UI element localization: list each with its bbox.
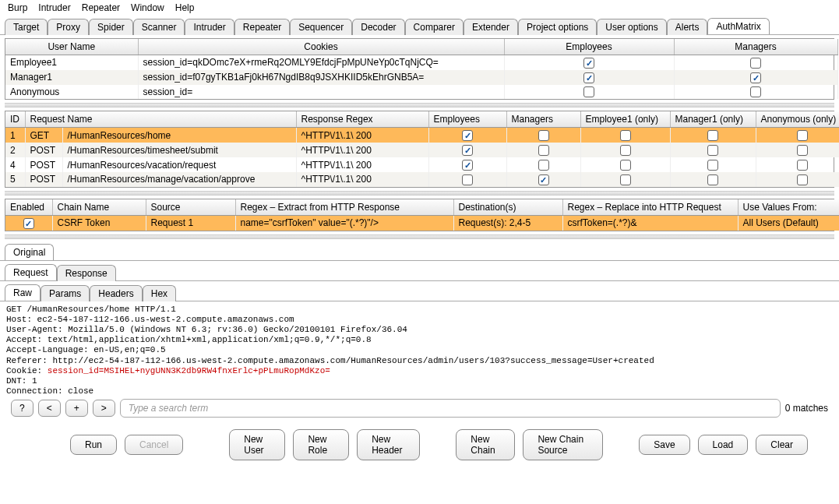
req-header-e1[interactable]: Employee1 (only): [580, 111, 670, 128]
tab-params[interactable]: Params: [41, 285, 90, 301]
table-row[interactable]: Anonymoussession_id=: [5, 85, 837, 100]
req-header-regex[interactable]: Response Regex: [296, 111, 428, 128]
checkbox[interactable]: [797, 174, 808, 185]
req-header-m1[interactable]: Manager1 (only): [670, 111, 756, 128]
ch-h-replace[interactable]: Regex – Replace into HTTP Request: [562, 199, 738, 216]
tab-decoder[interactable]: Decoder: [352, 19, 404, 35]
checkbox[interactable]: [707, 160, 718, 171]
menu-intruder[interactable]: Intruder: [35, 2, 73, 14]
search-help-button[interactable]: ?: [11, 400, 33, 417]
ch-h-extract[interactable]: Regex – Extract from HTTP Response: [235, 199, 453, 216]
tab-target[interactable]: Target: [5, 19, 48, 35]
checkbox[interactable]: [750, 58, 761, 69]
tab-proxy[interactable]: Proxy: [48, 19, 89, 35]
tab-sequencer[interactable]: Sequencer: [290, 19, 352, 35]
search-input[interactable]: Type a search term: [120, 399, 781, 418]
splitter[interactable]: [5, 191, 834, 196]
ch-h-name[interactable]: Chain Name: [52, 199, 146, 216]
tab-authmatrix[interactable]: AuthMatrix: [707, 18, 769, 34]
checkbox[interactable]: [620, 174, 631, 185]
checkbox[interactable]: [620, 160, 631, 171]
ch-h-use[interactable]: Use Values From:: [738, 199, 839, 216]
menu-window[interactable]: Window: [128, 2, 167, 14]
req-header-anon[interactable]: Anonymous (only): [756, 111, 839, 128]
checkbox[interactable]: [462, 145, 473, 156]
tab-hex[interactable]: Hex: [143, 285, 176, 301]
tab-extender[interactable]: Extender: [464, 19, 518, 35]
tab-project-options[interactable]: Project options: [518, 19, 597, 35]
run-button[interactable]: Run: [70, 435, 117, 455]
ch-h-enabled[interactable]: Enabled: [5, 199, 52, 216]
users-header-employees[interactable]: Employees: [504, 39, 674, 55]
menu-help[interactable]: Help: [172, 2, 198, 14]
menu-burp[interactable]: Burp: [5, 2, 30, 14]
tab-headers[interactable]: Headers: [90, 285, 142, 301]
checkbox[interactable]: [538, 130, 549, 141]
raw-editor[interactable]: GET /HumanResources/home HTTP/1.1 Host: …: [0, 301, 839, 395]
checkbox[interactable]: [538, 174, 549, 185]
tab-alerts[interactable]: Alerts: [667, 19, 708, 35]
users-header-user[interactable]: User Name: [5, 39, 138, 55]
table-row[interactable]: CSRF TokenRequest 1name="csrfToken" valu…: [5, 215, 839, 230]
load-button[interactable]: Load: [698, 435, 749, 455]
req-header-employees[interactable]: Employees: [428, 111, 506, 128]
tab-original[interactable]: Original: [5, 244, 54, 260]
new-user-button[interactable]: New User: [229, 429, 285, 460]
checkbox[interactable]: [707, 130, 718, 141]
save-button[interactable]: Save: [639, 435, 689, 455]
tab-scanner[interactable]: Scanner: [133, 19, 185, 35]
search-prev-button[interactable]: <: [38, 400, 61, 417]
table-row[interactable]: 4POST/HumanResources/vacation/request^HT…: [5, 157, 839, 172]
checkbox[interactable]: [750, 86, 761, 97]
users-header-cookies[interactable]: Cookies: [138, 39, 504, 55]
ch-h-dest[interactable]: Destination(s): [453, 199, 562, 216]
tab-request[interactable]: Request: [5, 264, 57, 280]
cancel-button: Cancel: [125, 435, 183, 455]
new-chain-source-button[interactable]: New Chain Source: [523, 429, 603, 460]
req-regex: ^HTTP\/1\.1\ 200: [296, 172, 428, 187]
splitter[interactable]: [5, 103, 834, 107]
checkbox[interactable]: [583, 58, 594, 69]
table-row[interactable]: 2POST/HumanResources/timesheet/submit^HT…: [5, 143, 839, 157]
req-header-managers[interactable]: Managers: [506, 111, 580, 128]
req-header-name[interactable]: Request Name: [25, 111, 296, 128]
checkbox[interactable]: [583, 86, 594, 97]
checkbox[interactable]: [462, 130, 473, 141]
checkbox[interactable]: [797, 145, 808, 156]
checkbox[interactable]: [583, 72, 594, 83]
tab-comparer[interactable]: Comparer: [405, 19, 464, 35]
checkbox[interactable]: [23, 218, 34, 229]
checkbox[interactable]: [462, 174, 473, 185]
checkbox[interactable]: [620, 145, 631, 156]
search-add-button[interactable]: +: [65, 400, 88, 417]
checkbox[interactable]: [797, 160, 808, 171]
table-row[interactable]: 5POST/HumanResources/manage/vacation/app…: [5, 172, 839, 187]
table-row[interactable]: Employee1session_id=qkDOmc7eX+rmeRq2OMLY…: [5, 55, 837, 70]
checkbox[interactable]: [620, 130, 631, 141]
req-header-id[interactable]: ID: [5, 111, 25, 128]
checkbox[interactable]: [797, 130, 808, 141]
action-buttons: Run Cancel New User New Role New Header …: [0, 421, 839, 468]
checkbox[interactable]: [750, 72, 761, 83]
tab-raw[interactable]: Raw: [5, 284, 41, 301]
menu-repeater[interactable]: Repeater: [79, 2, 123, 14]
tab-repeater[interactable]: Repeater: [234, 19, 290, 35]
tab-spider[interactable]: Spider: [89, 19, 133, 35]
table-row[interactable]: Manager1session_id=f07gyTKB1aFj0kH67NgdI…: [5, 70, 837, 85]
new-chain-button[interactable]: New Chain: [456, 429, 515, 460]
checkbox[interactable]: [707, 145, 718, 156]
checkbox[interactable]: [707, 174, 718, 185]
checkbox[interactable]: [538, 145, 549, 156]
ch-h-source[interactable]: Source: [146, 199, 235, 216]
checkbox[interactable]: [462, 160, 473, 171]
table-row[interactable]: 1GET/HumanResources/home^HTTP\/1\.1\ 200: [5, 128, 839, 143]
tab-response[interactable]: Response: [57, 265, 116, 281]
checkbox[interactable]: [538, 160, 549, 171]
new-role-button[interactable]: New Role: [293, 429, 349, 460]
tab-intruder[interactable]: Intruder: [185, 19, 234, 35]
search-next-button[interactable]: >: [93, 400, 115, 417]
users-header-managers[interactable]: Managers: [674, 39, 837, 55]
clear-button[interactable]: Clear: [756, 435, 808, 455]
tab-user-options[interactable]: User options: [597, 19, 666, 35]
new-header-button[interactable]: New Header: [357, 429, 420, 460]
